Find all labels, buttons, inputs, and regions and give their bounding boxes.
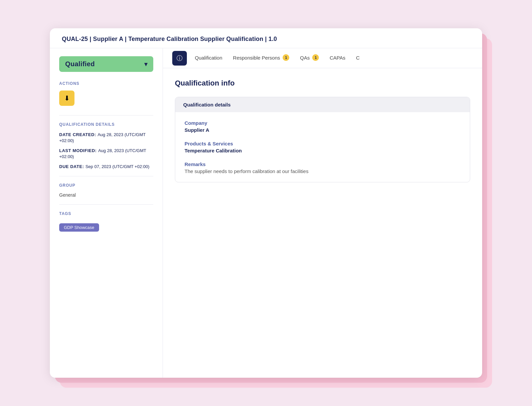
date-created-label: DATE CREATED: [59, 132, 96, 137]
info-group-remarks: Remarks The supplier needs to perform ca… [185, 161, 461, 174]
company-value: Supplier A [185, 127, 461, 133]
remarks-value: The supplier needs to perform calibratio… [185, 168, 461, 174]
details-card-body: Company Supplier A Products & Services T… [175, 112, 470, 182]
due-date-value: Sep 07, 2023 (UTC/GMT +02:00) [85, 164, 149, 169]
chevron-down-icon: ▾ [144, 61, 147, 68]
status-label: Qualified [65, 60, 95, 68]
responsible-persons-badge: 1 [283, 54, 289, 61]
tab-info-button[interactable]: ⓘ [172, 51, 187, 66]
divider-1 [59, 115, 153, 115]
tab-qas[interactable]: QAs 1 [295, 48, 324, 68]
tab-more-label: C [356, 55, 360, 61]
qualification-details-section: QUALIFICATION DETAILS DATE CREATED: Aug … [59, 122, 153, 169]
tab-responsible-persons-label: Responsible Persons [233, 55, 280, 61]
divider-3 [59, 204, 153, 205]
tab-capas-label: CAPAs [330, 55, 345, 61]
last-modified-row: LAST MODIFIED: Aug 28, 2023 (UTC/GMT +02… [59, 147, 153, 159]
info-icon: ⓘ [177, 54, 183, 62]
products-services-label: Products & Services [185, 141, 461, 146]
download-icon: ⬇ [64, 94, 70, 102]
download-button[interactable]: ⬇ [59, 91, 74, 106]
date-created-row: DATE CREATED: Aug 28, 2023 (UTC/GMT +02:… [59, 131, 153, 143]
sidebar: Qualified ▾ ACTIONS ⬇ QUALIFICATION DETA… [50, 48, 163, 378]
tab-capas[interactable]: CAPAs [324, 49, 350, 68]
actions-section: ACTIONS ⬇ [59, 81, 153, 106]
divider-2 [59, 176, 153, 176]
status-dropdown[interactable]: Qualified ▾ [59, 56, 153, 72]
products-services-value: Temperature Calibration [185, 148, 461, 153]
tag-gdp-showcase[interactable]: GDP Showcase [59, 223, 99, 232]
group-value: General [59, 192, 153, 198]
last-modified-label: LAST MODIFIED: [59, 148, 97, 153]
tab-qualification-label: Qualification [195, 55, 222, 61]
info-group-products: Products & Services Temperature Calibrat… [185, 141, 461, 153]
details-card: Qualification details Company Supplier A… [175, 97, 470, 182]
group-section: GROUP General [59, 183, 153, 198]
due-date-row: DUE DATE: Sep 07, 2023 (UTC/GMT +02:00) [59, 163, 153, 169]
remarks-label: Remarks [185, 161, 461, 167]
content-area: Qualification info Qualification details… [163, 68, 482, 378]
main-card: QUAL-25 | Supplier A | Temperature Calib… [50, 28, 482, 378]
group-label: GROUP [59, 183, 153, 188]
tab-bar: ⓘ Qualification Responsible Persons 1 QA… [163, 48, 482, 68]
due-date-label: DUE DATE: [59, 164, 84, 169]
tags-label: TAGS [59, 211, 153, 216]
tags-section: TAGS GDP Showcase [59, 211, 153, 232]
page-title: QUAL-25 | Supplier A | Temperature Calib… [62, 36, 277, 42]
company-label: Company [185, 120, 461, 126]
actions-label: ACTIONS [59, 81, 153, 86]
qas-badge: 1 [312, 54, 319, 61]
tab-qualification[interactable]: Qualification [190, 49, 228, 68]
card-body: Qualified ▾ ACTIONS ⬇ QUALIFICATION DETA… [50, 48, 482, 378]
main-content: ⓘ Qualification Responsible Persons 1 QA… [163, 48, 482, 378]
qual-details-label: QUALIFICATION DETAILS [59, 122, 153, 127]
details-card-header: Qualification details [175, 97, 470, 112]
tab-qas-label: QAs [300, 55, 310, 61]
info-group-company: Company Supplier A [185, 120, 461, 133]
card-header: QUAL-25 | Supplier A | Temperature Calib… [50, 28, 482, 48]
tab-responsible-persons[interactable]: Responsible Persons 1 [228, 48, 295, 68]
tab-more[interactable]: C [351, 49, 365, 68]
content-heading: Qualification info [175, 79, 470, 88]
